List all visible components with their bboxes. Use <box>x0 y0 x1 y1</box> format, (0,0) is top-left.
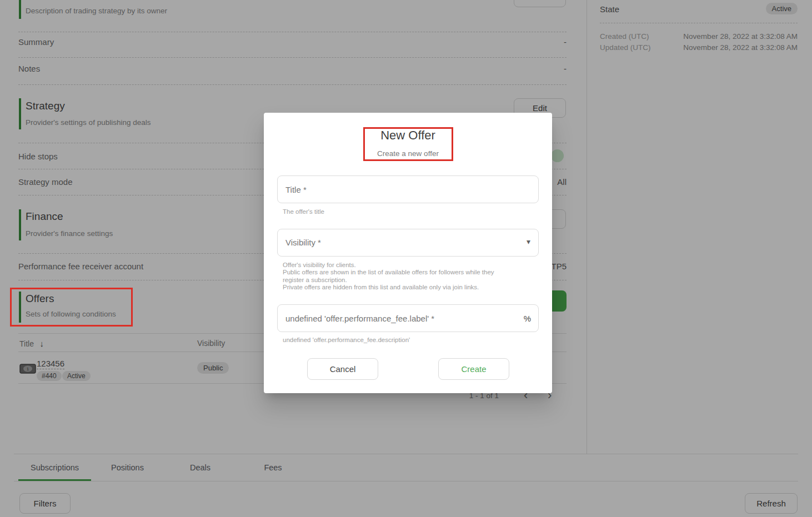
visibility-select[interactable]: Visibility * ▾ <box>277 229 539 257</box>
cancel-button[interactable]: Cancel <box>307 358 378 380</box>
visibility-select-label: Visibility * <box>285 238 321 247</box>
chevron-down-icon: ▾ <box>527 237 530 246</box>
performance-fee-input[interactable] <box>278 305 538 332</box>
annotation-box-offers <box>10 288 133 327</box>
strategy-details-page: Description of trading strategy by its o… <box>0 0 812 517</box>
visibility-helper: Offer's visibility for clients. Public o… <box>283 262 522 292</box>
offer-title-input[interactable] <box>278 176 538 203</box>
create-button[interactable]: Create <box>438 358 509 380</box>
offer-title-helper: The offer's title <box>283 208 324 215</box>
annotation-box-new-offer <box>363 127 453 161</box>
offer-title-field[interactable] <box>277 175 539 203</box>
performance-fee-helper: undefined 'offer.performance_fee.descrip… <box>283 337 410 344</box>
performance-fee-field[interactable]: % <box>277 304 539 332</box>
percent-suffix: % <box>524 314 531 323</box>
